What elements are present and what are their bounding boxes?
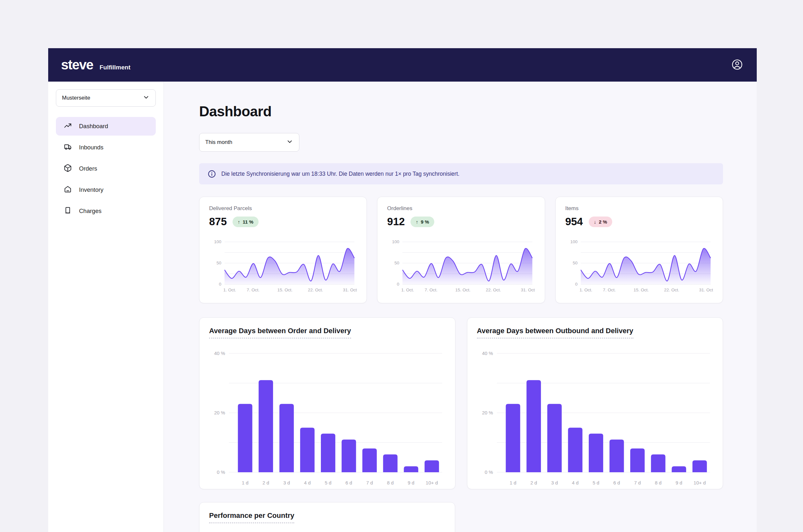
top-header: steve Fulfillment bbox=[48, 48, 757, 82]
user-avatar-button[interactable] bbox=[730, 58, 744, 72]
trend-delta: 2 % bbox=[599, 219, 607, 225]
svg-text:31. Oct.: 31. Oct. bbox=[521, 287, 535, 292]
sidebar-item-inventory[interactable]: Inventory bbox=[56, 180, 156, 199]
stat-card-row: Delivered Parcels 875 ↑ 11 % 1005001. Oc… bbox=[199, 196, 723, 303]
svg-text:6 d: 6 d bbox=[613, 480, 620, 486]
workspace-select[interactable]: Musterseite bbox=[56, 89, 156, 107]
svg-text:5 d: 5 d bbox=[325, 480, 331, 486]
brand-logo[interactable]: steve Fulfillment bbox=[61, 58, 130, 72]
svg-text:10+ d: 10+ d bbox=[693, 480, 706, 486]
sidebar-item-label: Dashboard bbox=[79, 123, 108, 130]
sidebar-item-inbounds[interactable]: Inbounds bbox=[56, 138, 156, 157]
trend-badge: ↑ 11 % bbox=[232, 216, 259, 227]
chart-title: Average Days between Outbound and Delive… bbox=[477, 327, 633, 339]
svg-text:100: 100 bbox=[214, 240, 221, 245]
svg-text:50: 50 bbox=[216, 261, 221, 266]
svg-text:40 %: 40 % bbox=[482, 350, 493, 356]
stat-value: 875 bbox=[209, 215, 227, 228]
svg-text:22. Oct.: 22. Oct. bbox=[486, 287, 501, 292]
svg-text:22. Oct.: 22. Oct. bbox=[664, 287, 679, 292]
chart-card-outbound-delivery: Average Days between Outbound and Delive… bbox=[467, 317, 723, 489]
svg-text:7 d: 7 d bbox=[634, 480, 641, 486]
trending-up-icon bbox=[63, 121, 72, 131]
svg-text:50: 50 bbox=[573, 261, 577, 266]
product-name: Fulfillment bbox=[100, 64, 130, 71]
svg-text:40 %: 40 % bbox=[214, 350, 225, 356]
svg-text:15. Oct.: 15. Oct. bbox=[456, 287, 471, 292]
trend-badge: ↑ 9 % bbox=[410, 216, 434, 227]
svg-text:15. Oct.: 15. Oct. bbox=[277, 287, 292, 292]
stat-title: Delivered Parcels bbox=[209, 205, 357, 212]
bar-chart: 0 %20 %40 %1 d2 d3 d4 d5 d6 d7 d8 d9 d10… bbox=[209, 346, 445, 489]
country-performance-card: Performance per Country bbox=[199, 502, 455, 532]
period-select-value: This month bbox=[205, 139, 232, 146]
trend-arrow-icon: ↑ bbox=[238, 219, 240, 225]
svg-text:0 %: 0 % bbox=[217, 469, 225, 475]
svg-text:3 d: 3 d bbox=[551, 480, 558, 486]
bar-chart-row: Average Days between Order and Delivery … bbox=[199, 317, 723, 489]
svg-text:22. Oct.: 22. Oct. bbox=[308, 287, 323, 292]
stat-card-orderlines: Orderlines 912 ↑ 9 % 1005001. Oct.7. Oct… bbox=[377, 196, 545, 303]
page-title: Dashboard bbox=[199, 103, 723, 119]
logo-wordmark: steve bbox=[61, 58, 93, 72]
trend-delta: 11 % bbox=[243, 219, 253, 225]
svg-text:15. Oct.: 15. Oct. bbox=[633, 287, 649, 292]
user-avatar-icon bbox=[730, 58, 744, 72]
chart-title: Performance per Country bbox=[209, 511, 294, 523]
svg-text:0 %: 0 % bbox=[485, 469, 493, 475]
svg-text:4 d: 4 d bbox=[304, 480, 311, 486]
bar-chart: 0 %20 %40 %1 d2 d3 d4 d5 d6 d7 d8 d9 d10… bbox=[477, 346, 713, 489]
truck-icon bbox=[63, 142, 72, 153]
svg-text:7 d: 7 d bbox=[366, 480, 373, 486]
sidebar-item-label: Inbounds bbox=[79, 144, 103, 151]
svg-text:31. Oct.: 31. Oct. bbox=[343, 287, 357, 292]
svg-text:3 d: 3 d bbox=[283, 480, 290, 486]
info-icon bbox=[208, 170, 216, 178]
svg-text:20 %: 20 % bbox=[482, 410, 493, 415]
sync-info-banner: Die letzte Synchronisierung war um 18:33… bbox=[199, 163, 723, 184]
sidebar: Musterseite Dashboard bbox=[48, 82, 164, 532]
app-window: steve Fulfillment Musterseite bbox=[48, 48, 757, 532]
workspace-select-value: Musterseite bbox=[62, 95, 90, 101]
sidebar-item-label: Charges bbox=[79, 208, 101, 215]
svg-text:0: 0 bbox=[219, 282, 222, 287]
svg-text:2 d: 2 d bbox=[530, 480, 537, 486]
sidebar-item-label: Orders bbox=[79, 165, 97, 172]
chevron-down-icon bbox=[286, 138, 293, 147]
chevron-down-icon bbox=[142, 94, 150, 102]
sidebar-item-dashboard[interactable]: Dashboard bbox=[56, 117, 156, 136]
svg-text:100: 100 bbox=[392, 240, 400, 245]
sidebar-item-charges[interactable]: Charges bbox=[56, 202, 156, 221]
trend-delta: 9 % bbox=[421, 219, 429, 225]
trend-badge: ↓ 2 % bbox=[589, 216, 612, 227]
sync-info-text: Die letzte Synchronisierung war um 18:33… bbox=[221, 171, 459, 177]
period-select[interactable]: This month bbox=[199, 133, 299, 152]
svg-text:8 d: 8 d bbox=[387, 480, 394, 486]
svg-text:0: 0 bbox=[575, 282, 577, 287]
chart-card-order-delivery: Average Days between Order and Delivery … bbox=[199, 317, 456, 489]
stat-value: 912 bbox=[387, 215, 405, 228]
svg-text:1 d: 1 d bbox=[510, 480, 516, 486]
svg-text:1. Oct.: 1. Oct. bbox=[223, 287, 236, 292]
svg-text:20 %: 20 % bbox=[214, 410, 225, 415]
svg-text:7. Oct.: 7. Oct. bbox=[603, 287, 616, 292]
svg-text:100: 100 bbox=[570, 240, 577, 245]
sparkline-area-chart: 1005001. Oct.7. Oct.15. Oct.22. Oct.31. … bbox=[387, 236, 535, 294]
svg-text:2 d: 2 d bbox=[263, 480, 269, 486]
svg-text:7. Oct.: 7. Oct. bbox=[425, 287, 438, 292]
svg-text:7. Oct.: 7. Oct. bbox=[247, 287, 260, 292]
sidebar-item-orders[interactable]: Orders bbox=[56, 159, 156, 178]
svg-text:5 d: 5 d bbox=[593, 480, 599, 486]
svg-text:1. Oct.: 1. Oct. bbox=[402, 287, 414, 292]
stat-card-delivered-parcels: Delivered Parcels 875 ↑ 11 % 1005001. Oc… bbox=[199, 196, 367, 303]
svg-text:8 d: 8 d bbox=[655, 480, 661, 486]
sidebar-item-label: Inventory bbox=[79, 186, 103, 193]
stat-title: Orderlines bbox=[387, 205, 535, 212]
warehouse-icon bbox=[63, 185, 72, 195]
svg-text:0: 0 bbox=[397, 282, 400, 287]
receipt-icon bbox=[63, 206, 72, 216]
stat-value: 954 bbox=[565, 215, 583, 228]
stat-card-items: Items 954 ↓ 2 % 1005001. Oct.7. Oct.15. … bbox=[555, 196, 723, 303]
main-content: Dashboard This month Die letzte Synchron… bbox=[164, 82, 757, 532]
svg-text:9 d: 9 d bbox=[675, 480, 682, 486]
